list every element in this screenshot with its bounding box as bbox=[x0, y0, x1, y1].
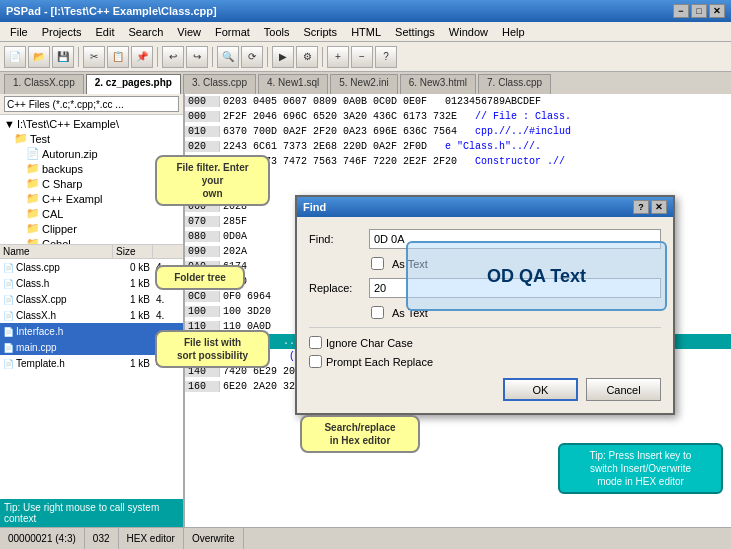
hex-addr-2: 020 bbox=[185, 141, 220, 152]
menu-help[interactable]: Help bbox=[496, 24, 531, 40]
callout-file-list: File list withsort possibility bbox=[155, 330, 270, 368]
menu-settings[interactable]: Settings bbox=[389, 24, 441, 40]
menu-edit[interactable]: Edit bbox=[89, 24, 120, 40]
new-button[interactable]: 📄 bbox=[4, 46, 26, 68]
ignore-case-label: Ignore Char Case bbox=[326, 337, 413, 349]
menu-view[interactable]: View bbox=[171, 24, 207, 40]
copy-button[interactable]: 📋 bbox=[107, 46, 129, 68]
tree-label-cobol: Cobol bbox=[42, 238, 71, 246]
hex-addr-1: 010 bbox=[185, 126, 220, 137]
menu-scripts[interactable]: Scripts bbox=[298, 24, 344, 40]
tree-root[interactable]: ▼ I:\Test\C++ Example\ bbox=[2, 117, 181, 131]
tab-cz-pages-php[interactable]: 2. cz_pages.php bbox=[86, 74, 181, 94]
hex-addr-7: 070 bbox=[185, 216, 220, 227]
file-size-classx-h: 1 kB bbox=[113, 310, 153, 321]
file-size-classx-cpp: 1 kB bbox=[113, 294, 153, 305]
hex-row-header: 000 0203 0405 0607 0809 0A0B 0C0D 0E0F 0… bbox=[185, 94, 731, 109]
replace-button[interactable]: ⟳ bbox=[241, 46, 263, 68]
file-row-classx-cpp[interactable]: 📄ClassX.cpp 1 kB 4. bbox=[0, 291, 183, 307]
menu-format[interactable]: Format bbox=[209, 24, 256, 40]
tree-item-autorun[interactable]: 📄 Autorun.zip bbox=[2, 146, 181, 161]
tree-root-label: I:\Test\C++ Example\ bbox=[17, 118, 119, 130]
hex-bytes-4: 696D bbox=[220, 171, 731, 182]
file-name-interface-h: 📄Interface.h bbox=[0, 326, 113, 337]
prompt-replace-checkbox[interactable] bbox=[309, 355, 322, 368]
find-dialog-close[interactable]: ✕ bbox=[651, 200, 667, 214]
replace-label: Replace: bbox=[309, 282, 369, 294]
tip-bar: Tip: Use right mouse to call system cont… bbox=[0, 499, 183, 527]
tree-label-clipper: Clipper bbox=[42, 223, 77, 235]
window-title: PSPad - [I:\Test\C++ Example\Class.cpp] bbox=[6, 5, 217, 17]
ignore-case-checkbox[interactable] bbox=[309, 336, 322, 349]
file-filter-bar bbox=[0, 94, 183, 115]
help-button[interactable]: ? bbox=[375, 46, 397, 68]
cancel-button[interactable]: Cancel bbox=[586, 378, 661, 401]
col-size[interactable]: Size bbox=[113, 245, 153, 258]
settings-button[interactable]: ⚙ bbox=[296, 46, 318, 68]
hex-row-2: 020 2243 6C61 7373 2E68 220D 0A2F 2F0D e… bbox=[185, 139, 731, 154]
tab-new1-sql[interactable]: 4. New1.sql bbox=[258, 74, 328, 94]
tree-item-cobol[interactable]: 📁 Cobol bbox=[2, 236, 181, 245]
run-button[interactable]: ▶ bbox=[272, 46, 294, 68]
tree-item-test[interactable]: 📁 Test bbox=[2, 131, 181, 146]
menu-search[interactable]: Search bbox=[122, 24, 169, 40]
save-button[interactable]: 💾 bbox=[52, 46, 74, 68]
find-dialog-title-text: Find bbox=[303, 201, 326, 213]
folder-icon-backups: 📁 bbox=[26, 162, 40, 175]
hex-bytes-2: 2243 6C61 7373 2E68 220D 0A2F 2F0D e "Cl… bbox=[220, 141, 731, 152]
tab-new2-ini[interactable]: 5. New2.ini bbox=[330, 74, 397, 94]
file-name-class-h: 📄Class.h bbox=[0, 278, 113, 289]
tab-7-class-cpp[interactable]: 7. Class.cpp bbox=[478, 74, 551, 94]
folder-icon: 📁 bbox=[14, 132, 28, 145]
tree-label-test: Test bbox=[30, 133, 50, 145]
ok-button[interactable]: OK bbox=[503, 378, 578, 401]
col-name[interactable]: Name bbox=[0, 245, 113, 258]
file-filter-input[interactable] bbox=[4, 96, 179, 112]
file-name-class-cpp: 📄Class.cpp bbox=[0, 262, 113, 273]
redo-button[interactable]: ↪ bbox=[186, 46, 208, 68]
ignore-case-row: Ignore Char Case bbox=[309, 336, 661, 349]
replace-as-text-checkbox[interactable] bbox=[371, 306, 384, 319]
file-size-class-h: 1 kB bbox=[113, 278, 153, 289]
hex-bytes-1: 6370 700D 0A2F 2F20 0A23 696E 636C 7564 … bbox=[220, 126, 731, 137]
tab-new3-html[interactable]: 6. New3.html bbox=[400, 74, 476, 94]
status-ins: Overwrite bbox=[184, 528, 244, 549]
tab-class-cpp[interactable]: 3. Class.cpp bbox=[183, 74, 256, 94]
file-size-class-cpp: 0 kB bbox=[113, 262, 153, 273]
tree-label-backups: backups bbox=[42, 163, 83, 175]
undo-button[interactable]: ↩ bbox=[162, 46, 184, 68]
col-num bbox=[153, 245, 183, 258]
zoom-in-button[interactable]: + bbox=[327, 46, 349, 68]
paste-button[interactable]: 📌 bbox=[131, 46, 153, 68]
zoom-out-button[interactable]: − bbox=[351, 46, 373, 68]
find-label: Find: bbox=[309, 233, 369, 245]
find-button[interactable]: 🔍 bbox=[217, 46, 239, 68]
menu-window[interactable]: Window bbox=[443, 24, 494, 40]
status-mode-text: HEX editor bbox=[127, 533, 175, 544]
menu-html[interactable]: HTML bbox=[345, 24, 387, 40]
cut-button[interactable]: ✂ bbox=[83, 46, 105, 68]
minimize-button[interactable]: − bbox=[673, 4, 689, 18]
menu-file[interactable]: File bbox=[4, 24, 34, 40]
prompt-replace-label: Prompt Each Replace bbox=[326, 356, 433, 368]
hex-addr-c: 0C0 bbox=[185, 291, 220, 302]
tree-item-cal[interactable]: 📁 CAL bbox=[2, 206, 181, 221]
hex-addr-header: 000 bbox=[185, 96, 220, 107]
hex-addr-d: 100 bbox=[185, 306, 220, 317]
menu-projects[interactable]: Projects bbox=[36, 24, 88, 40]
find-as-text-checkbox[interactable] bbox=[371, 257, 384, 270]
file-name-classx-h: 📄ClassX.h bbox=[0, 310, 113, 321]
find-dialog-title: Find ? ✕ bbox=[297, 197, 673, 217]
find-dialog-question[interactable]: ? bbox=[633, 200, 649, 214]
menu-tools[interactable]: Tools bbox=[258, 24, 296, 40]
tree-label-csharp: C Sharp bbox=[42, 178, 82, 190]
tab-classx-cpp[interactable]: 1. ClassX.cpp bbox=[4, 74, 84, 94]
maximize-button[interactable]: □ bbox=[691, 4, 707, 18]
tree-item-clipper[interactable]: 📁 Clipper bbox=[2, 221, 181, 236]
close-button[interactable]: ✕ bbox=[709, 4, 725, 18]
tab-bar: 1. ClassX.cpp 2. cz_pages.php 3. Class.c… bbox=[0, 72, 731, 94]
file-num-classx-h: 4. bbox=[153, 310, 183, 321]
status-col-text: 032 bbox=[93, 533, 110, 544]
file-row-classx-h[interactable]: 📄ClassX.h 1 kB 4. bbox=[0, 307, 183, 323]
open-button[interactable]: 📂 bbox=[28, 46, 50, 68]
